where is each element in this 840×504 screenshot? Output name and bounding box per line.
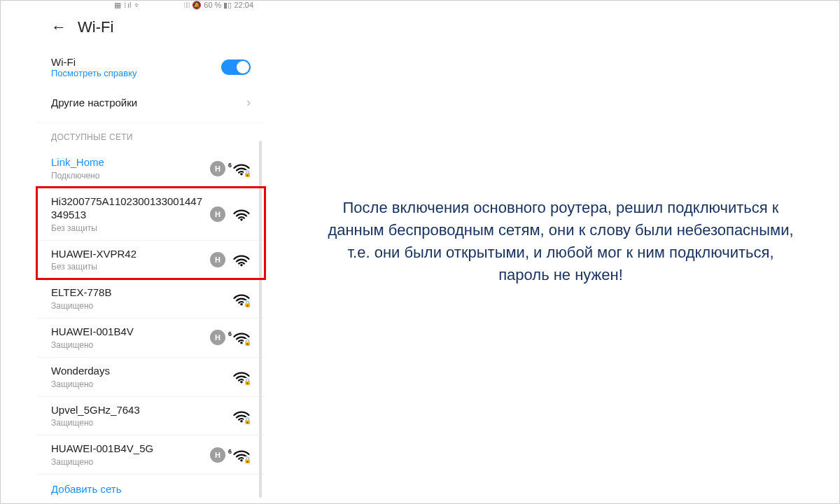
network-status: Защищено <box>51 379 227 389</box>
phone-screenshot: ▦ ⫶ıl ᯤ ✱⃠ 🔕 60 % ▮▯ 22:04 ← Wi-Fi Wi-Fi… <box>37 1 265 503</box>
hilink-icon: H <box>210 161 225 176</box>
hilink-icon: H <box>210 330 225 345</box>
wifi-signal-icon: 🔒 <box>232 408 251 424</box>
wifi6-badge: 6 <box>228 448 232 455</box>
hilink-icon: H <box>210 252 225 267</box>
lock-icon: 🔒 <box>244 417 251 424</box>
lock-icon: 🔒 <box>244 378 251 385</box>
wifi-signal-icon: 6🔒 <box>232 330 251 345</box>
network-ssid: HUAWEI-001B4V_5G <box>51 442 204 456</box>
network-status: Без защиты <box>51 262 204 272</box>
lock-icon: 🔒 <box>244 170 251 177</box>
network-row[interactable]: WonderdaysЗащищено🔒 <box>37 357 265 396</box>
network-row[interactable]: HUAWEI-001B4VЗащищеноH6🔒 <box>37 318 265 357</box>
wifi-signal-icon: 🔒 <box>232 369 251 384</box>
status-bar: ▦ ⫶ıl ᯤ ✱⃠ 🔕 60 % ▮▯ 22:04 <box>37 1 265 10</box>
network-status: Подключено <box>51 171 204 181</box>
scrollbar[interactable] <box>259 141 262 498</box>
status-right: ✱⃠ 🔕 60 % ▮▯ 22:04 <box>184 1 253 10</box>
network-ssid: HUAWEI-XVPR42 <box>51 248 204 261</box>
hilink-icon: H <box>210 206 225 222</box>
network-status: Защищено <box>51 340 204 350</box>
wifi-signal-icon: 6🔒 <box>232 161 251 176</box>
other-settings-row[interactable]: Другие настройки › <box>37 87 265 118</box>
back-icon[interactable]: ← <box>51 20 66 35</box>
other-settings-label: Другие настройки <box>51 97 137 108</box>
network-row[interactable]: Hi3200775A1102300133001447349513Без защи… <box>37 188 265 240</box>
annotation-text: После включения основного роутера, решил… <box>323 197 799 286</box>
network-row[interactable]: Upvel_5GHz_7643Защищено🔒 <box>37 396 265 435</box>
wifi-toggle-label: Wi-Fi <box>51 56 137 68</box>
available-networks-title: ДОСТУПНЫЕ СЕТИ <box>37 122 265 149</box>
network-ssid: Upvel_5GHz_7643 <box>51 404 227 417</box>
chevron-right-icon: › <box>246 95 251 110</box>
network-ssid: ELTEX-778B <box>51 286 227 300</box>
network-row[interactable]: Link_HomeПодключеноH6🔒 <box>37 149 265 188</box>
wifi-signal-icon: 6🔒 <box>232 447 251 463</box>
wifi-signal-icon: 🔒 <box>232 291 251 307</box>
wifi6-badge: 6 <box>228 162 232 169</box>
network-ssid: HUAWEI-001B4V <box>51 326 204 339</box>
add-network-link[interactable]: Добавить сеть <box>37 474 265 503</box>
wifi6-badge: 6 <box>228 330 232 337</box>
wifi-help-link[interactable]: Посмотреть справку <box>51 68 137 78</box>
wifi-toggle-row[interactable]: Wi-Fi Посмотреть справку <box>37 48 265 87</box>
network-row[interactable]: ELTEX-778BЗащищено🔒 <box>37 279 265 318</box>
wifi-toggle[interactable] <box>221 59 251 75</box>
wifi-signal-icon <box>232 206 251 222</box>
network-status: Защищено <box>51 301 227 311</box>
network-row[interactable]: HUAWEI-001B4V_5GЗащищеноH6🔒 <box>37 435 265 474</box>
network-list: Link_HomeПодключеноH6🔒Hi3200775A11023001… <box>37 149 265 474</box>
network-status: Защищено <box>51 457 204 467</box>
page-title: Wi-Fi <box>78 18 113 36</box>
network-row[interactable]: HUAWEI-XVPR42Без защитыH <box>37 240 265 279</box>
network-ssid: Wonderdays <box>51 365 227 378</box>
lock-icon: 🔒 <box>244 300 251 307</box>
network-status: Без защиты <box>51 223 204 233</box>
screen-header: ← Wi-Fi <box>37 10 265 48</box>
hilink-icon: H <box>210 447 225 463</box>
network-ssid: Hi3200775A1102300133001447349513 <box>51 195 204 222</box>
status-left-icons: ▦ ⫶ıl ᯤ <box>114 1 141 10</box>
lock-icon: 🔒 <box>244 456 251 463</box>
lock-icon: 🔒 <box>244 339 251 346</box>
wifi-signal-icon <box>232 252 251 267</box>
network-status: Защищено <box>51 418 227 428</box>
network-ssid: Link_Home <box>51 156 204 169</box>
